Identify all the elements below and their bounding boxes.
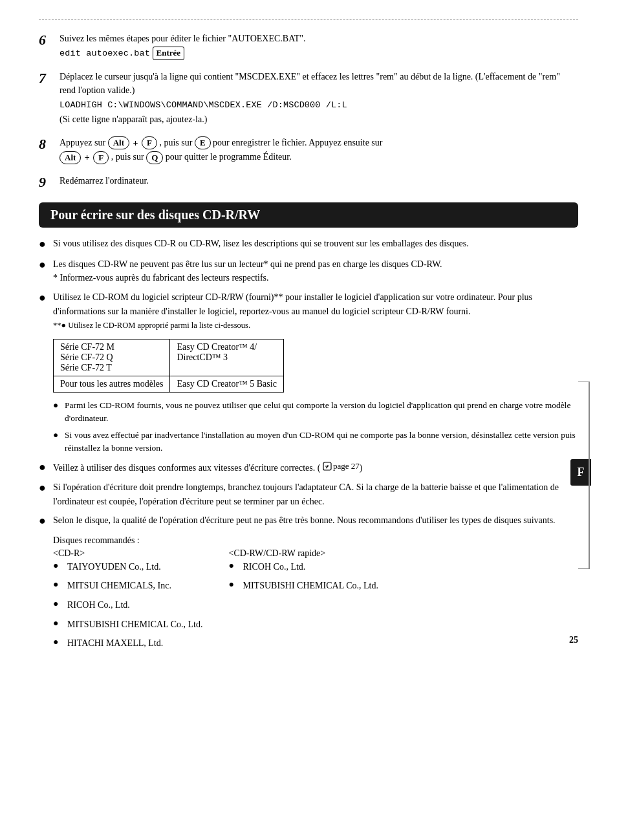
page-number: 25 xyxy=(569,635,578,645)
bullet-text-2: Les disques CD-RW ne peuvent pas être lu… xyxy=(53,259,442,269)
step-8: 8 Appuyez sur Alt + F , puis sur E pour … xyxy=(39,136,578,165)
cdrw-label: <CD-RW/CD-RW rapide> xyxy=(229,548,379,559)
cdrw-column: <CD-RW/CD-RW rapide> ●RICOH Co., Ltd. ●M… xyxy=(229,548,379,657)
cdrw-dot-2: ● xyxy=(229,579,243,590)
f-key-2: F xyxy=(93,151,109,164)
table-cell-software-2: Easy CD Creator™ 5 Basic xyxy=(170,376,283,393)
bullet-item-3: ● Utilisez le CD-ROM du logiciel scripte… xyxy=(39,290,578,332)
cdr-item-2: ●MITSUI CHEMICALS, Inc. xyxy=(53,579,203,593)
page-content: 6 Suivez les mêmes étapes pour éditer le… xyxy=(39,19,578,657)
step-9-text: Redémarrez l'ordinateur. xyxy=(60,176,149,186)
discs-columns: <CD-R> ●TAIYOYUDEN Co., Ltd. ●MITSUI CHE… xyxy=(53,548,578,657)
more-text-2: Si l'opération d'écriture doit prendre l… xyxy=(53,480,578,508)
cdr-dot-4: ● xyxy=(53,618,67,629)
step-6-command: edit autoexec.bat xyxy=(60,48,150,58)
cdr-text-5: HITACHI MAXELL, Ltd. xyxy=(67,636,163,651)
more-dot-1: ● xyxy=(39,460,53,475)
cdr-dot-2: ● xyxy=(53,579,67,590)
step-9-number: 9 xyxy=(39,174,57,191)
f-key-1: F xyxy=(142,136,157,149)
plus-2: + xyxy=(85,151,90,165)
sub-bullet-1: ● Parmi les CD-ROM fournis, vous ne pouv… xyxy=(53,399,578,425)
bullet-dot-2: ● xyxy=(39,257,53,272)
more-dot-3: ● xyxy=(39,513,53,528)
table-row-2: Pour tous les autres modèles Easy CD Cre… xyxy=(54,376,284,393)
main-bullet-list: ● Si vous utilisez des disques CD-R ou C… xyxy=(39,237,578,332)
step-8-text5: pour quitter le programme Éditeur. xyxy=(166,152,292,162)
cdr-item-4: ●MITSUBISHI CHEMICAL Co., Ltd. xyxy=(53,618,203,632)
step-7-number: 7 xyxy=(39,70,57,127)
page-ref-icon xyxy=(323,462,332,471)
table-cell-series-1: Série CF-72 MSérie CF-72 QSérie CF-72 T xyxy=(54,339,170,376)
cdr-text-1: TAIYOYUDEN Co., Ltd. xyxy=(67,560,161,574)
step-8-text4: , puis sur xyxy=(111,152,146,162)
bullet-text-1: Si vous utilisez des disques CD-R ou CD-… xyxy=(53,237,578,251)
bullet-text-2-wrap: Les disques CD-RW ne peuvent pas être lu… xyxy=(53,257,578,285)
bullet-text-3: Utilisez le CD-ROM du logiciel scripteur… xyxy=(53,292,532,316)
cdr-dot-5: ● xyxy=(53,636,67,648)
bullet-text-3-wrap: Utilisez le CD-ROM du logiciel scripteur… xyxy=(53,290,578,332)
plus-1: + xyxy=(133,136,138,151)
step-8-text2: , puis sur xyxy=(159,138,192,147)
entree-key: Entrée xyxy=(153,47,185,59)
step-7: 7 Déplacez le curseur jusqu'à la ligne q… xyxy=(39,70,578,127)
table-cell-series-2: Pour tous les autres modèles xyxy=(54,376,170,393)
cdr-item-5: ●HITACHI MAXELL, Ltd. xyxy=(53,636,203,651)
bullet-item-2: ● Les disques CD-RW ne peuvent pas être … xyxy=(39,257,578,285)
sub-bullet-2: ● Si vous avez effectué par inadvertance… xyxy=(53,429,578,455)
q-key: Q xyxy=(146,151,163,164)
sub-text-1: Parmi les CD-ROM fournis, vous ne pouvez… xyxy=(65,399,578,425)
sub-dot-1: ● xyxy=(53,399,65,412)
step-8-content: Appuyez sur Alt + F , puis sur E pour en… xyxy=(60,136,578,165)
cdrw-item-1: ●RICOH Co., Ltd. xyxy=(229,560,379,574)
cdr-column: <CD-R> ●TAIYOYUDEN Co., Ltd. ●MITSUI CHE… xyxy=(53,548,203,657)
e-key: E xyxy=(195,136,211,149)
section-header: Pour écrire sur des disques CD-R/RW xyxy=(39,202,578,228)
cdrw-item-2: ●MITSUBISHI CHEMICAL Co., Ltd. xyxy=(229,579,379,593)
more-bullet-3: ● Selon le disque, la qualité de l'opéra… xyxy=(39,513,578,528)
alt-key-2: Alt xyxy=(60,151,81,164)
step-7-content: Déplacez le curseur jusqu'à la ligne qui… xyxy=(60,70,578,127)
recommended-discs: Disques recommandés : <CD-R> ●TAIYOYUDEN… xyxy=(53,535,578,657)
sub-dot-2: ● xyxy=(53,429,65,442)
more-text-1: Veillez à utiliser des disques conformes… xyxy=(53,460,578,475)
cdrw-dot-1: ● xyxy=(229,560,243,572)
table-cell-software-1: Easy CD Creator™ 4/DirectCD™ 3 xyxy=(170,339,283,376)
sub-text-2: Si vous avez effectué par inadvertance l… xyxy=(65,429,578,455)
cdr-text-3: RICOH Co., Ltd. xyxy=(67,598,130,612)
step-6-text: Suivez les mêmes étapes pour éditer le f… xyxy=(60,34,306,43)
table-row-1: Série CF-72 MSérie CF-72 QSérie CF-72 T … xyxy=(54,339,284,376)
cd-series-table: Série CF-72 MSérie CF-72 QSérie CF-72 T … xyxy=(53,339,284,393)
step-6: 6 Suivez les mêmes étapes pour éditer le… xyxy=(39,32,578,61)
top-border xyxy=(39,19,578,20)
step-9: 9 Redémarrez l'ordinateur. xyxy=(39,174,578,191)
more-bullet-list: ● Veillez à utiliser des disques conform… xyxy=(39,460,578,529)
more-bullet-2: ● Si l'opération d'écriture doit prendre… xyxy=(39,480,578,508)
cdr-list: ●TAIYOYUDEN Co., Ltd. ●MITSUI CHEMICALS,… xyxy=(53,560,203,651)
alt-key-1: Alt xyxy=(108,136,129,149)
cdrw-text-2: MITSUBISHI CHEMICAL Co., Ltd. xyxy=(243,579,379,593)
more-text-3: Selon le disque, la qualité de l'opérati… xyxy=(53,513,578,528)
step-8-number: 8 xyxy=(39,136,57,165)
step-7-note: (Si cette ligne n'apparaît pas, ajoutez-… xyxy=(60,114,207,124)
bullet-dot-1: ● xyxy=(39,237,53,252)
right-bracket xyxy=(578,382,590,569)
page-ref: page 27 xyxy=(323,460,360,473)
more-dot-2: ● xyxy=(39,480,53,495)
cdr-text-2: MITSUI CHEMICALS, Inc. xyxy=(67,579,171,593)
step-6-number: 6 xyxy=(39,32,57,61)
footnote-3: **● Utilisez le CD-ROM approprié parmi l… xyxy=(53,321,250,330)
discs-label: Disques recommandés : xyxy=(53,535,578,546)
cdr-dot-3: ● xyxy=(53,598,67,610)
cdrw-text-1: RICOH Co., Ltd. xyxy=(243,560,306,574)
cdr-label: <CD-R> xyxy=(53,548,203,559)
sub-bullet-list: ● Parmi les CD-ROM fournis, vous ne pouv… xyxy=(53,399,578,455)
cdr-text-4: MITSUBISHI CHEMICAL Co., Ltd. xyxy=(67,618,203,632)
step-7-text: Déplacez le curseur jusqu'à la ligne qui… xyxy=(60,72,560,96)
bullet-dot-3: ● xyxy=(39,290,53,305)
step-8-text3: pour enregistrer le fichier. Appuyez ens… xyxy=(213,138,382,147)
bullet-item-1: ● Si vous utilisez des disques CD-R ou C… xyxy=(39,237,578,252)
more-bullet-1: ● Veillez à utiliser des disques conform… xyxy=(39,460,578,475)
cdr-dot-1: ● xyxy=(53,560,67,572)
bullet-note-2: * Informez-vous auprès du fabricant des … xyxy=(53,273,269,283)
